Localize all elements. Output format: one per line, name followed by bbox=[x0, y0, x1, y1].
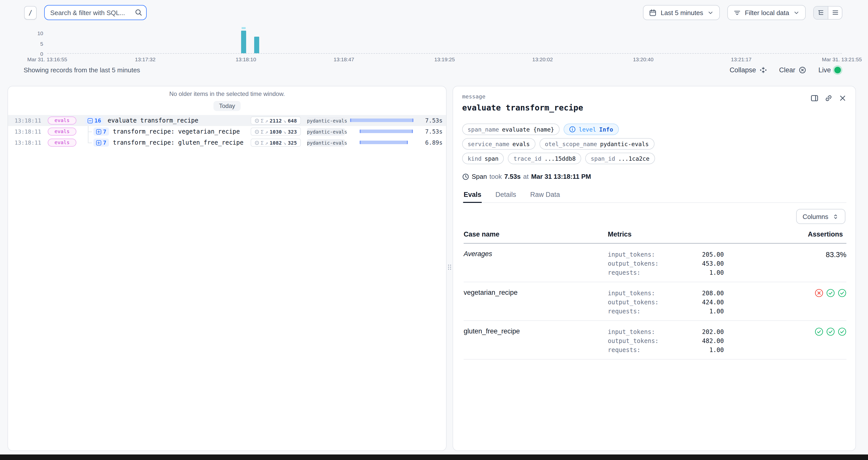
time-range-button[interactable]: Last 5 minutes bbox=[643, 5, 720, 20]
eval-case-row[interactable]: vegetarian_recipe input_tokens:208.00out… bbox=[464, 282, 846, 321]
attribute-key: trace_id bbox=[514, 155, 541, 162]
token-metrics-chip[interactable]: Σ↗2112↘648 bbox=[251, 117, 301, 125]
record-kind-label: message bbox=[462, 93, 846, 100]
slash-shortcut-key[interactable]: / bbox=[24, 6, 37, 19]
row-timestamp: 13:18:11 bbox=[14, 139, 44, 146]
clock-icon bbox=[462, 173, 469, 180]
histogram-bar[interactable] bbox=[241, 31, 246, 53]
panel-resizer[interactable] bbox=[446, 86, 453, 451]
metric-value: 1.00 bbox=[709, 307, 724, 316]
attribute-value: evals bbox=[513, 140, 530, 147]
tree-connector bbox=[85, 126, 93, 137]
case-name: vegetarian_recipe bbox=[464, 282, 608, 321]
output-tokens-arrow: ↘ bbox=[283, 129, 286, 134]
case-assertions: 83.3% bbox=[726, 243, 846, 282]
eval-case-row[interactable]: Averages input_tokens:205.00output_token… bbox=[464, 243, 846, 282]
span-name: transform_recipe: gluten_free_recipe bbox=[113, 139, 243, 146]
span-count-toggle[interactable]: 7 bbox=[93, 139, 109, 146]
clear-button[interactable]: Clear bbox=[779, 66, 806, 73]
metric-value: 1.00 bbox=[709, 346, 724, 355]
tree-connector bbox=[85, 137, 93, 148]
tree-view-toggle[interactable] bbox=[814, 6, 828, 19]
dock-panel-button[interactable] bbox=[809, 93, 819, 103]
attribute-chip-trace_id[interactable]: trace_id...15ddb8 bbox=[508, 153, 581, 164]
x-axis-label: 13:19:25 bbox=[434, 56, 455, 62]
otel-scope-chip: pydantic-evals bbox=[307, 117, 345, 124]
close-icon bbox=[838, 94, 847, 102]
attribute-chip-service_name[interactable]: service_nameevals bbox=[462, 138, 535, 150]
output-tokens-arrow: ↘ bbox=[283, 140, 286, 145]
service-badge[interactable]: evals bbox=[48, 139, 76, 146]
assertion-pass-icon bbox=[838, 289, 846, 297]
bar-selection-marker bbox=[241, 27, 245, 29]
attribute-value: pydantic-evals bbox=[600, 140, 649, 147]
eval-case-row[interactable]: gluten_free_recipe input_tokens:202.00ou… bbox=[464, 321, 846, 359]
collapse-children-icon bbox=[87, 118, 93, 123]
attribute-chip-level[interactable]: levelInfo bbox=[564, 124, 619, 135]
attribute-key: level bbox=[579, 126, 596, 133]
service-badge[interactable]: evals bbox=[48, 128, 76, 136]
y-axis-label: 10 bbox=[37, 30, 43, 36]
span-name: transform_recipe: vegetarian_recipe bbox=[113, 128, 240, 135]
app-window: / Last 5 minutes Filter local data bbox=[0, 0, 868, 460]
trace-row[interactable]: 13:18:11 evals 7 transform_recipe: glute… bbox=[8, 137, 446, 148]
header-assertions[interactable]: Assertions bbox=[726, 230, 846, 243]
filter-label: Filter local data bbox=[745, 9, 789, 16]
attribute-chip-span_id[interactable]: span_id...1ca2ce bbox=[585, 153, 655, 164]
span-count-toggle[interactable]: 16 bbox=[85, 117, 104, 125]
case-assertions bbox=[726, 321, 846, 359]
attribute-key: service_name bbox=[468, 140, 509, 147]
service-badge[interactable]: evals bbox=[48, 117, 76, 125]
expand-children-icon bbox=[96, 129, 101, 134]
attribute-key: span_name bbox=[468, 126, 499, 133]
close-panel-button[interactable] bbox=[837, 93, 847, 103]
tab-evals[interactable]: Evals bbox=[463, 190, 482, 202]
x-axis-label: 13:20:40 bbox=[633, 56, 653, 62]
collapse-button[interactable]: Collapse bbox=[730, 66, 767, 73]
span-duration: 7.53s bbox=[413, 128, 442, 135]
x-axis-label: 13:18:10 bbox=[236, 56, 256, 62]
token-icon bbox=[255, 140, 259, 145]
span-duration: 7.53s bbox=[413, 117, 442, 124]
time-range-label: Last 5 minutes bbox=[661, 9, 703, 16]
chart-plot-area bbox=[47, 26, 842, 54]
row-main: 7 transform_recipe: vegetarian_recipe bbox=[85, 126, 251, 137]
list-view-toggle[interactable] bbox=[828, 6, 842, 19]
row-main: 16 evaluate transform_recipe bbox=[85, 117, 251, 125]
columns-button[interactable]: Columns bbox=[796, 209, 845, 224]
header-case-name[interactable]: Case name bbox=[464, 230, 608, 243]
metric-line: requests:1.00 bbox=[608, 346, 724, 355]
attribute-chip-line: service_nameevalsotel_scope_namepydantic… bbox=[462, 138, 846, 150]
attribute-value: Info bbox=[599, 126, 613, 133]
span-name: evaluate transform_recipe bbox=[108, 117, 198, 124]
histogram-bar[interactable] bbox=[254, 37, 259, 53]
span-count-toggle[interactable]: 7 bbox=[93, 128, 109, 136]
token-metrics-chip[interactable]: Σ↗1082↘325 bbox=[251, 139, 301, 146]
token-metrics-chip[interactable]: Σ↗1030↘323 bbox=[251, 128, 301, 136]
search-input[interactable] bbox=[44, 5, 147, 20]
header-metrics[interactable]: Metrics bbox=[608, 230, 726, 243]
live-toggle[interactable]: Live bbox=[818, 66, 841, 73]
metric-label: input_tokens: bbox=[608, 250, 655, 259]
span-timing: Span took 7.53s at Mar 31 13:18:11 PM bbox=[462, 173, 846, 180]
attribute-key: otel_scope_name bbox=[545, 140, 597, 147]
day-pill[interactable]: Today bbox=[214, 101, 241, 111]
output-tokens-sum: 648 bbox=[288, 118, 297, 123]
assertion-pass-icon bbox=[826, 289, 835, 297]
case-metrics: input_tokens:205.00output_tokens:453.00r… bbox=[608, 243, 726, 282]
attribute-chips: span_nameevaluate {name}levelInfoservice… bbox=[462, 124, 846, 164]
trace-row[interactable]: 13:18:11 evals 16 evaluate transform_rec… bbox=[8, 115, 446, 126]
attribute-chip-otel_scope_name[interactable]: otel_scope_namepydantic-evals bbox=[539, 138, 654, 150]
timeline-histogram[interactable]: 1050 Mar 31. 13:16:5513:17:3213:18:1013:… bbox=[0, 26, 868, 65]
tab-details[interactable]: Details bbox=[495, 190, 517, 202]
view-toggle-group bbox=[813, 6, 842, 19]
span-duration-bar bbox=[350, 119, 413, 123]
token-icon bbox=[255, 129, 259, 134]
copy-link-button[interactable] bbox=[823, 93, 833, 103]
trace-row[interactable]: 13:18:11 evals 7 transform_recipe: veget… bbox=[8, 126, 446, 137]
attribute-chip-span_name[interactable]: span_nameevaluate {name} bbox=[462, 124, 560, 135]
tab-raw-data[interactable]: Raw Data bbox=[530, 190, 561, 202]
filter-local-data-button[interactable]: Filter local data bbox=[727, 5, 806, 20]
topbar: / Last 5 minutes Filter local data bbox=[0, 0, 868, 25]
attribute-chip-kind[interactable]: kindspan bbox=[462, 153, 504, 164]
